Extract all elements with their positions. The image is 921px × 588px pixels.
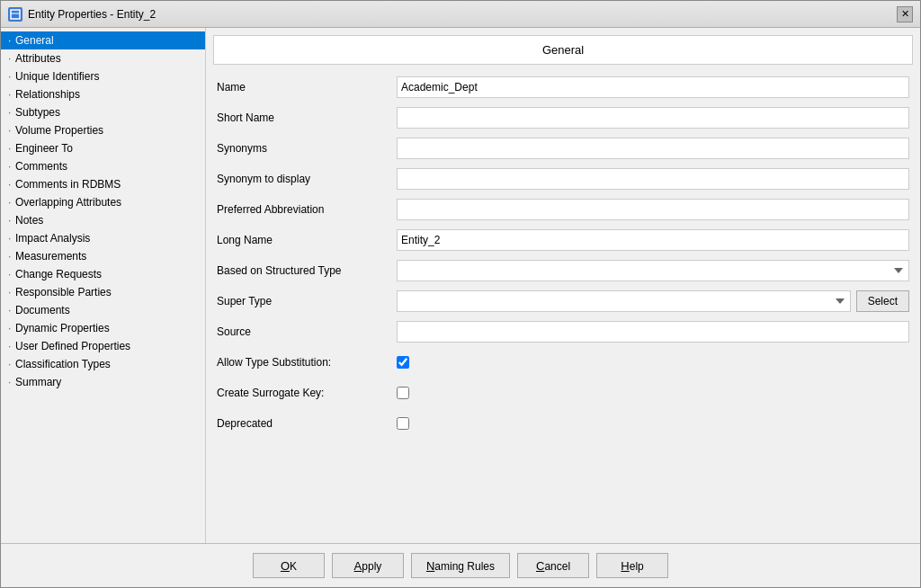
sidebar-item-dynamic-properties[interactable]: Dynamic Properties (1, 319, 205, 337)
short-name-input[interactable] (397, 107, 909, 129)
naming-rules-button[interactable]: Naming Rules (411, 553, 510, 578)
select-button[interactable]: Select (856, 290, 909, 312)
sidebar-item-engineer-to[interactable]: Engineer To (1, 139, 205, 157)
create-surrogate-key-row: Create Surrogate Key: (217, 381, 909, 405)
sidebar-item-attributes[interactable]: Attributes (1, 49, 205, 67)
title-bar: Entity Properties - Entity_2 ✕ (1, 1, 920, 28)
short-name-label: Short Name (217, 111, 397, 124)
ok-button[interactable]: OK (253, 553, 325, 578)
allow-type-substitution-checkbox[interactable] (397, 356, 409, 369)
long-name-label: Long Name (217, 234, 397, 246)
preferred-abbreviation-input[interactable] (397, 199, 909, 220)
sidebar-item-impact-analysis[interactable]: Impact Analysis (1, 229, 205, 247)
sidebar: General Attributes Unique Identifiers Re… (1, 28, 206, 543)
create-surrogate-key-wrap (397, 387, 409, 399)
app-icon (8, 7, 22, 22)
synonyms-input[interactable] (397, 138, 909, 159)
sidebar-item-notes[interactable]: Notes (1, 211, 205, 229)
sidebar-item-summary[interactable]: Summary (1, 373, 205, 391)
allow-type-substitution-label: Allow Type Substitution: (217, 356, 397, 369)
svg-rect-0 (11, 10, 20, 19)
form-grid: Name Short Name Synonyms Synonym to disp… (213, 76, 913, 435)
based-on-structured-type-select[interactable] (397, 260, 909, 281)
sidebar-item-volume-properties[interactable]: Volume Properties (1, 121, 205, 139)
sidebar-item-unique-identifiers[interactable]: Unique Identifiers (1, 67, 205, 85)
synonym-to-display-label: Synonym to display (217, 173, 397, 185)
section-header: General (213, 35, 913, 65)
synonym-to-display-row: Synonym to display (217, 167, 909, 191)
name-input[interactable] (397, 76, 909, 98)
help-button[interactable]: Help (596, 553, 668, 578)
super-type-label: Super Type (217, 295, 397, 307)
name-row: Name (217, 76, 909, 99)
create-surrogate-key-label: Create Surrogate Key: (217, 387, 397, 399)
long-name-row: Long Name (217, 228, 909, 252)
long-name-input[interactable] (397, 229, 909, 251)
dialog-container: Entity Properties - Entity_2 ✕ General A… (0, 0, 921, 588)
allow-type-substitution-wrap (397, 356, 409, 369)
source-row: Source (217, 320, 909, 343)
create-surrogate-key-checkbox[interactable] (397, 387, 409, 399)
sidebar-item-change-requests[interactable]: Change Requests (1, 265, 205, 283)
allow-type-substitution-row: Allow Type Substitution: (217, 351, 909, 374)
sidebar-item-measurements[interactable]: Measurements (1, 247, 205, 265)
preferred-abbreviation-row: Preferred Abbreviation (217, 198, 909, 221)
sidebar-item-subtypes[interactable]: Subtypes (1, 103, 205, 121)
apply-button[interactable]: Apply (332, 553, 404, 578)
dialog-body: General Attributes Unique Identifiers Re… (1, 28, 920, 543)
deprecated-wrap (397, 417, 409, 430)
super-type-select[interactable] (397, 290, 851, 312)
source-label: Source (217, 325, 397, 338)
dialog-title: Entity Properties - Entity_2 (28, 8, 156, 21)
name-label: Name (217, 81, 397, 94)
short-name-row: Short Name (217, 106, 909, 129)
sidebar-item-overlapping-attributes[interactable]: Overlapping Attributes (1, 193, 205, 211)
main-content: General Name Short Name Synonyms (206, 28, 920, 543)
based-on-structured-type-row: Based on Structured Type (217, 259, 909, 282)
cancel-button[interactable]: Cancel (517, 553, 589, 578)
synonyms-label: Synonyms (217, 142, 397, 155)
super-type-row: Super Type Select (217, 290, 909, 313)
title-bar-left: Entity Properties - Entity_2 (8, 7, 156, 22)
close-button[interactable]: ✕ (897, 6, 913, 22)
sidebar-item-general[interactable]: General (1, 31, 205, 49)
based-on-structured-type-label: Based on Structured Type (217, 264, 397, 277)
sidebar-item-comments[interactable]: Comments (1, 157, 205, 175)
dialog-footer: OK Apply Naming Rules Cancel Help (1, 543, 920, 587)
synonym-to-display-input[interactable] (397, 168, 909, 190)
synonyms-row: Synonyms (217, 137, 909, 160)
preferred-abbreviation-label: Preferred Abbreviation (217, 203, 397, 216)
sidebar-item-user-defined-properties[interactable]: User Defined Properties (1, 337, 205, 355)
source-input[interactable] (397, 321, 909, 343)
sidebar-item-responsible-parties[interactable]: Responsible Parties (1, 283, 205, 301)
deprecated-row: Deprecated (217, 412, 909, 435)
deprecated-label: Deprecated (217, 417, 397, 430)
sidebar-item-classification-types[interactable]: Classification Types (1, 355, 205, 373)
sidebar-item-comments-rdbms[interactable]: Comments in RDBMS (1, 175, 205, 193)
deprecated-checkbox[interactable] (397, 417, 409, 430)
sidebar-item-documents[interactable]: Documents (1, 301, 205, 319)
sidebar-item-relationships[interactable]: Relationships (1, 85, 205, 103)
